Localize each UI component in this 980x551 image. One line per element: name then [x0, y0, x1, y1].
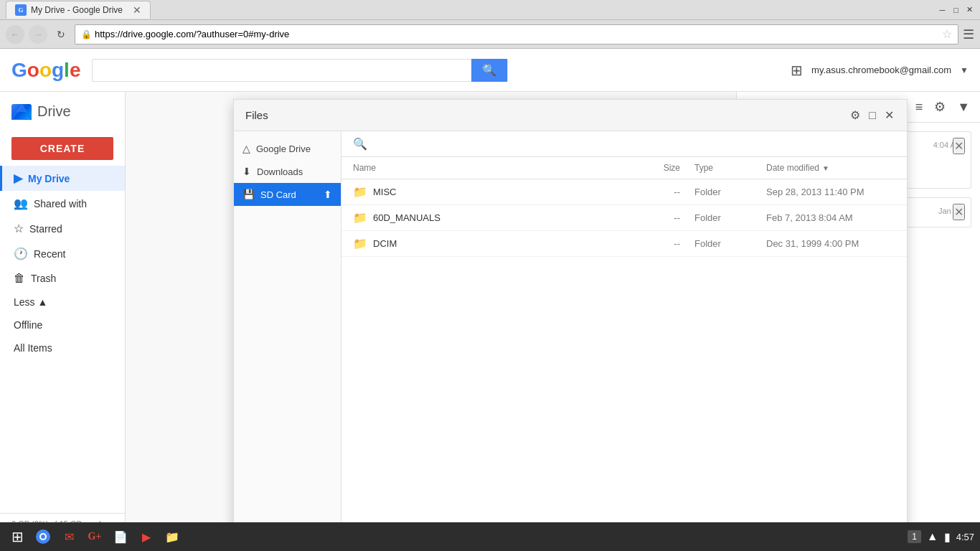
file-date-dcim: Dec 31, 1999 4:00 PM: [766, 238, 895, 249]
sidebar-item-allitems[interactable]: All Items: [0, 336, 125, 359]
search-button[interactable]: 🔍: [471, 59, 507, 82]
file-name-60d: 📁 60D_MANUALS: [353, 211, 637, 225]
sidebar-item-recent-label: Recent: [34, 248, 65, 260]
files-close-btn[interactable]: ✕: [883, 107, 895, 123]
files-maximize-btn[interactable]: □: [867, 108, 877, 123]
file-type-dcim: Folder: [694, 238, 766, 249]
sidebar-item-starred[interactable]: ☆ Starred: [0, 216, 125, 241]
files-body: △ Google Drive ⬇ Downloads 💾 SD Card ⬆: [234, 131, 907, 547]
panel-dropdown-btn[interactable]: ▼: [953, 98, 974, 116]
notif-close-btn-2[interactable]: ✕: [953, 204, 965, 220]
header-right: ⊞ my.asus.chromebook@gmail.com ▼: [791, 62, 969, 79]
tab-close-btn[interactable]: ✕: [133, 4, 141, 16]
taskbar-right: 1 ▲ ▮ 4:57: [908, 530, 974, 544]
create-button[interactable]: CREATE: [11, 137, 113, 160]
files-sidebar: △ Google Drive ⬇ Downloads 💾 SD Card ⬆: [234, 131, 341, 547]
browser-controls: ─ □ ✕: [938, 5, 974, 14]
lock-icon: 🔒: [81, 29, 92, 39]
sidebar-item-offline-label: Offline: [14, 319, 42, 331]
user-dropdown-icon[interactable]: ▼: [960, 65, 969, 75]
search-bar: 🔍: [92, 59, 508, 82]
recent-icon: 🕐: [14, 247, 28, 260]
sidebar-item-mydrive[interactable]: ▶ My Drive: [0, 166, 125, 191]
wifi-icon: ▲: [927, 530, 938, 543]
files-sidebar-downloads-label: Downloads: [257, 166, 303, 177]
table-row[interactable]: 📁 60D_MANUALS -- Folder Feb 7, 2013 8:04…: [341, 205, 907, 231]
files-search-input[interactable]: [373, 138, 895, 150]
sidebar-item-less-label: Less ▲: [14, 296, 47, 308]
back-btn[interactable]: ←: [6, 25, 24, 44]
files-dialog-title: Files: [245, 109, 268, 121]
file-name-dcim: 📁 DCIM: [353, 237, 637, 250]
upload-icon[interactable]: ⬆: [324, 189, 332, 200]
trash-icon: 🗑: [14, 272, 25, 285]
files-dialog: Files ⚙ □ ✕ △ Google Drive ⬇ Downloads: [233, 99, 908, 548]
close-btn[interactable]: ✕: [965, 5, 974, 14]
taskbar: ⊞ ✉ G+ 📄 ▶ 📁 1 ▲ ▮ 4:57: [0, 522, 980, 551]
googledrive-fs-icon: △: [242, 143, 250, 154]
address-bar[interactable]: 🔒 https://drive.google.com/?authuser=0#m…: [75, 24, 958, 44]
google-logo: Google: [11, 59, 80, 82]
taskbar-gplus-btn[interactable]: G+: [83, 525, 106, 548]
user-email[interactable]: my.asus.chromebook@gmail.com: [811, 65, 951, 75]
files-sidebar-googledrive-label: Google Drive: [256, 143, 311, 154]
sidebar-item-allitems-label: All Items: [14, 342, 52, 354]
files-sidebar-sdcard-label: SD Card: [260, 189, 296, 200]
folder-icon: 📁: [353, 237, 367, 250]
col-header-date[interactable]: Date modified ▼: [766, 163, 895, 173]
file-date-60d: Feb 7, 2013 8:04 AM: [766, 212, 895, 223]
table-row[interactable]: 📁 MISC -- Folder Sep 28, 2013 11:40 PM: [341, 179, 907, 205]
sidebar-item-recent[interactable]: 🕐 Recent: [0, 241, 125, 266]
taskbar-chrome-btn[interactable]: [32, 525, 55, 548]
taskbar-youtube-btn[interactable]: ▶: [135, 525, 158, 548]
files-table: 🔍 Name Size Type: [341, 131, 907, 547]
drive-logo-icon: [11, 104, 32, 120]
apps-grid-icon[interactable]: ⊞: [791, 62, 803, 79]
bookmark-icon[interactable]: ☆: [942, 27, 952, 41]
google-header: Google 🔍 ⊞ my.asus.chromebook@gmail.com …: [0, 49, 980, 92]
forward-btn[interactable]: →: [29, 25, 47, 44]
panel-settings-btn[interactable]: ⚙: [930, 98, 950, 116]
maximize-btn[interactable]: □: [951, 5, 961, 14]
notif-close-btn-1[interactable]: ✕: [953, 138, 965, 154]
files-header-icons: ⚙ □ ✕: [849, 107, 895, 123]
refresh-btn[interactable]: ↻: [52, 25, 70, 44]
col-header-name[interactable]: Name: [353, 163, 637, 173]
folder-icon: 📁: [353, 211, 367, 225]
taskbar-gmail-btn[interactable]: ✉: [57, 525, 80, 548]
files-sidebar-downloads[interactable]: ⬇ Downloads: [234, 160, 341, 183]
minimize-btn[interactable]: ─: [938, 5, 947, 14]
panel-list-btn[interactable]: ≡: [911, 98, 928, 116]
sidebar-item-shared[interactable]: 👥 Shared with: [0, 191, 125, 216]
search-icon: 🔍: [482, 63, 496, 77]
file-type-misc: Folder: [694, 187, 766, 197]
col-header-size[interactable]: Size: [637, 163, 680, 173]
sidebar-item-starred-label: Starred: [29, 223, 62, 235]
files-settings-btn[interactable]: ⚙: [849, 107, 862, 123]
main-content: Files ⚙ □ ✕ △ Google Drive ⬇ Downloads: [126, 92, 736, 551]
sidebar-item-offline[interactable]: Offline: [0, 314, 125, 336]
sidebar-item-less[interactable]: Less ▲: [0, 291, 125, 314]
table-row[interactable]: 📁 DCIM -- Folder Dec 31, 1999 4:00 PM: [341, 231, 907, 257]
files-dialog-header: Files ⚙ □ ✕: [234, 100, 907, 131]
tab-title: My Drive - Google Drive: [31, 5, 123, 15]
col-header-type[interactable]: Type: [694, 163, 766, 173]
sidebar-item-trash[interactable]: 🗑 Trash: [0, 266, 125, 291]
drive-layout: Drive CREATE ▶ My Drive 👥 Shared with ☆ …: [0, 92, 980, 551]
shared-icon: 👥: [14, 197, 28, 210]
files-sidebar-sdcard[interactable]: 💾 SD Card ⬆: [234, 183, 341, 206]
hamburger-menu-icon[interactable]: ☰: [963, 27, 974, 42]
file-date-misc: Sep 28, 2013 11:40 PM: [766, 187, 895, 197]
sidebar-item-trash-label: Trash: [31, 273, 56, 284]
files-sidebar-googledrive[interactable]: △ Google Drive: [234, 137, 341, 160]
search-input[interactable]: [93, 65, 471, 76]
taskbar-files-btn[interactable]: 📁: [161, 525, 184, 548]
taskbar-docs-btn[interactable]: 📄: [109, 525, 132, 548]
browser-tab[interactable]: G My Drive - Google Drive ✕: [6, 1, 151, 19]
folder-icon: 📁: [353, 185, 367, 199]
taskbar-badge: 1: [908, 530, 921, 543]
taskbar-apps-btn[interactable]: ⊞: [6, 525, 29, 548]
drive-sidebar: Drive CREATE ▶ My Drive 👥 Shared with ☆ …: [0, 92, 126, 551]
file-size-60d: --: [637, 212, 680, 223]
files-table-header: Name Size Type Date modified ▼: [341, 157, 907, 179]
